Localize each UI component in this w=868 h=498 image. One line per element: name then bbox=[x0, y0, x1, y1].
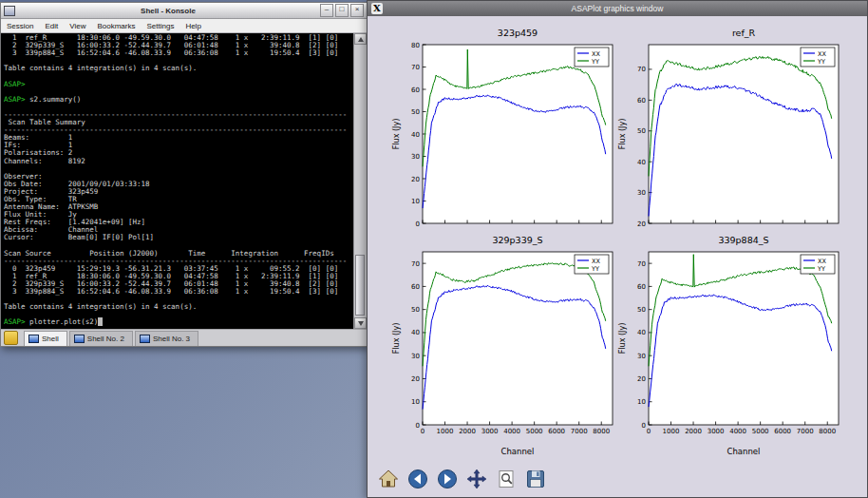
svg-text:60: 60 bbox=[411, 283, 420, 291]
shell-icon bbox=[140, 335, 150, 343]
forward-button[interactable] bbox=[435, 469, 460, 493]
menu-settings[interactable]: Settings bbox=[141, 21, 179, 31]
svg-text:20: 20 bbox=[411, 375, 420, 383]
svg-text:3000: 3000 bbox=[708, 428, 725, 435]
terminal-menubar: SessionEditViewBookmarksSettingsHelp bbox=[1, 19, 367, 33]
svg-text:6000: 6000 bbox=[548, 428, 565, 435]
legend: XXYY bbox=[575, 255, 609, 274]
home-icon bbox=[378, 469, 399, 493]
terminal-titlebar[interactable]: Shell - Konsole –□× bbox=[1, 3, 367, 19]
svg-text:20: 20 bbox=[411, 176, 420, 183]
svg-text:60: 60 bbox=[637, 97, 646, 105]
svg-text:Channel: Channel bbox=[727, 447, 761, 456]
svg-text:30: 30 bbox=[637, 189, 646, 197]
svg-text:50: 50 bbox=[411, 306, 420, 314]
tab-label: Shell No. 2 bbox=[87, 335, 124, 343]
terminal-scrollbar[interactable] bbox=[353, 33, 367, 329]
svg-text:70: 70 bbox=[637, 66, 646, 73]
back-button[interactable] bbox=[406, 469, 430, 493]
minimize-button[interactable]: – bbox=[320, 4, 333, 17]
terminal-tabbar: ShellShell No. 2Shell No. 3 bbox=[1, 329, 367, 346]
svg-text:30: 30 bbox=[411, 353, 420, 360]
menu-session[interactable]: Session bbox=[1, 21, 39, 31]
shell-icon bbox=[28, 335, 39, 343]
subplot-329p339_S: 0102030405060700100020003000400050006000… bbox=[390, 231, 618, 459]
svg-text:40: 40 bbox=[411, 329, 420, 336]
svg-text:60: 60 bbox=[411, 86, 420, 94]
tab-list: ShellShell No. 2Shell No. 3 bbox=[24, 331, 198, 346]
terminal-screen[interactable]: 1 ref_R 18:30:06.0 -49.59.30.0 04:47:58 … bbox=[1, 33, 367, 329]
arrow-down-icon bbox=[358, 321, 364, 326]
x11-icon: X bbox=[371, 3, 383, 14]
svg-text:6000: 6000 bbox=[774, 428, 791, 435]
svg-text:YY: YY bbox=[591, 265, 599, 273]
svg-text:XX: XX bbox=[592, 258, 600, 265]
plot-titlebar[interactable]: X ASAPlot graphics window bbox=[368, 1, 867, 16]
svg-text:0: 0 bbox=[647, 428, 651, 435]
svg-text:8000: 8000 bbox=[593, 428, 610, 435]
plot-window: X ASAPlot graphics window 01020304050607… bbox=[367, 0, 868, 498]
shell-icon bbox=[74, 335, 85, 343]
zoom-button[interactable] bbox=[494, 469, 519, 493]
save-button[interactable] bbox=[523, 469, 548, 493]
svg-text:80: 80 bbox=[411, 42, 420, 49]
menu-bookmarks[interactable]: Bookmarks bbox=[91, 21, 141, 31]
svg-text:70: 70 bbox=[411, 260, 420, 268]
svg-text:20: 20 bbox=[637, 220, 646, 228]
svg-text:ref_R: ref_R bbox=[732, 28, 756, 38]
konsole-icon bbox=[4, 6, 15, 16]
desktop: Shell - Konsole –□× SessionEditViewBookm… bbox=[0, 0, 868, 498]
terminal-output: 1 ref_R 18:30:06.0 -49.59.30.0 04:47:58 … bbox=[4, 34, 353, 327]
svg-text:7000: 7000 bbox=[797, 428, 814, 435]
svg-text:0: 0 bbox=[642, 422, 646, 430]
tab-shell-no-2[interactable]: Shell No. 2 bbox=[69, 331, 133, 346]
svg-text:30: 30 bbox=[637, 353, 646, 360]
svg-text:5000: 5000 bbox=[752, 428, 769, 435]
svg-text:0: 0 bbox=[421, 428, 425, 435]
maximize-button[interactable]: □ bbox=[335, 4, 349, 17]
svg-text:YY: YY bbox=[817, 265, 825, 273]
pan-icon bbox=[466, 469, 487, 493]
svg-text:1000: 1000 bbox=[437, 428, 454, 435]
svg-text:Flux (Jy): Flux (Jy) bbox=[392, 119, 401, 150]
tab-shell-no-3[interactable]: Shell No. 3 bbox=[135, 331, 198, 346]
legend: XXYY bbox=[801, 255, 835, 274]
svg-text:10: 10 bbox=[637, 398, 646, 406]
svg-text:8000: 8000 bbox=[819, 428, 836, 435]
pan-button[interactable] bbox=[464, 469, 489, 493]
close-button[interactable]: × bbox=[350, 4, 364, 17]
svg-text:YY: YY bbox=[591, 58, 599, 66]
legend: XXYY bbox=[801, 48, 835, 67]
svg-text:2000: 2000 bbox=[685, 428, 702, 435]
svg-text:3000: 3000 bbox=[481, 428, 499, 435]
menu-edit[interactable]: Edit bbox=[39, 21, 64, 31]
svg-text:XX: XX bbox=[818, 50, 826, 58]
scroll-up-button[interactable] bbox=[354, 33, 367, 45]
svg-text:4000: 4000 bbox=[729, 428, 746, 435]
svg-text:40: 40 bbox=[411, 131, 420, 139]
home-button[interactable] bbox=[376, 469, 401, 493]
svg-text:50: 50 bbox=[411, 108, 420, 116]
svg-text:20: 20 bbox=[637, 375, 646, 383]
scroll-down-button[interactable] bbox=[354, 317, 367, 329]
svg-text:Flux (Jy): Flux (Jy) bbox=[618, 119, 627, 150]
subplot-339p884_S: 0102030405060700100020003000400050006000… bbox=[616, 231, 844, 459]
tab-label: Shell bbox=[42, 335, 59, 343]
svg-text:0: 0 bbox=[416, 422, 420, 430]
tab-shell[interactable]: Shell bbox=[24, 331, 67, 346]
menu-view[interactable]: View bbox=[64, 21, 91, 31]
svg-text:5000: 5000 bbox=[526, 428, 543, 435]
svg-text:70: 70 bbox=[411, 64, 420, 71]
forward-icon bbox=[437, 469, 458, 493]
menu-help[interactable]: Help bbox=[179, 21, 206, 31]
subplot-323p459: 01020304050607080XXYY323p459Flux (Jy) bbox=[390, 24, 618, 231]
svg-text:50: 50 bbox=[637, 306, 646, 314]
new-session-button[interactable] bbox=[4, 331, 18, 345]
scrollbar-thumb[interactable] bbox=[355, 255, 365, 316]
svg-text:339p884_S: 339p884_S bbox=[718, 235, 768, 245]
save-icon bbox=[525, 469, 546, 493]
svg-text:4000: 4000 bbox=[503, 428, 520, 435]
legend: XXYY bbox=[575, 48, 609, 67]
tab-label: Shell No. 3 bbox=[153, 335, 190, 343]
svg-text:10: 10 bbox=[411, 198, 420, 205]
